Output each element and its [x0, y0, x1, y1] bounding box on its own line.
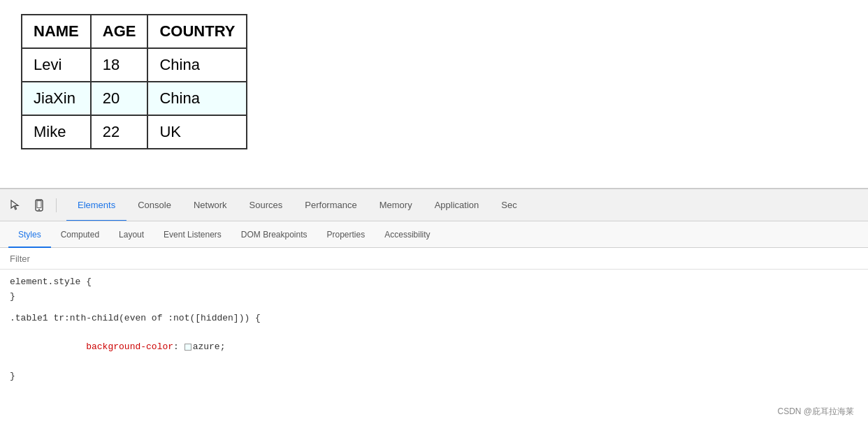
devtools-panel: Elements Console Network Sources Perform… — [0, 189, 868, 426]
table-cell-2-0: Mike — [22, 115, 91, 149]
subtab-layout[interactable]: Layout — [109, 222, 154, 248]
table-rule-property: background-color: azure; — [10, 325, 858, 369]
element-style-block: element.style { } — [10, 275, 858, 304]
devtools-toolbar: Elements Console Network Sources Perform… — [0, 189, 868, 221]
element-style-selector: element.style { — [10, 275, 858, 290]
colon: : — [173, 341, 185, 352]
devtools-subtabs: Styles Computed Layout Event Listeners D… — [0, 221, 868, 248]
table-header-row: NAME AGE COUNTRY — [22, 15, 247, 48]
table-rule-block: .table1 tr:nth-child(even of :not([hidde… — [10, 311, 858, 384]
property-name: background-color — [86, 341, 173, 352]
table-rule-close: } — [10, 369, 858, 384]
device-toolbar-icon[interactable] — [29, 196, 49, 215]
devtools-icon-group — [6, 196, 59, 215]
devtools-subpanel: Styles Computed Layout Event Listeners D… — [0, 221, 868, 426]
inspect-element-icon[interactable] — [6, 196, 25, 215]
col-age-header: AGE — [91, 15, 148, 48]
table-cell-1-0: JiaXin — [22, 82, 91, 115]
subtab-computed[interactable]: Computed — [51, 222, 109, 248]
subtab-event-listeners[interactable]: Event Listeners — [154, 222, 231, 248]
toolbar-separator — [56, 198, 57, 212]
filter-bar — [0, 248, 868, 270]
table-row: JiaXin20China — [22, 82, 247, 115]
semicolon: ; — [220, 341, 226, 352]
tab-security[interactable]: Sec — [490, 190, 528, 221]
subtab-accessibility[interactable]: Accessibility — [375, 222, 440, 248]
svg-point-2 — [38, 209, 40, 210]
table-cell-1-1: 20 — [91, 82, 148, 115]
table-cell-0-2: China — [147, 48, 247, 82]
table-row: Levi18China — [22, 48, 247, 82]
tab-performance[interactable]: Performance — [294, 190, 368, 221]
table-cell-0-0: Levi — [22, 48, 91, 82]
tab-console[interactable]: Console — [126, 190, 182, 221]
tab-application[interactable]: Application — [424, 190, 491, 221]
watermark: CSDN @庇耳拉海莱 — [777, 406, 854, 418]
devtools-main-tabs: Elements Console Network Sources Perform… — [66, 189, 528, 221]
demo-table: NAME AGE COUNTRY Levi18ChinaJiaXin20Chin… — [21, 14, 247, 149]
subtab-styles[interactable]: Styles — [8, 222, 51, 248]
tab-network[interactable]: Network — [182, 190, 238, 221]
table-cell-2-1: 22 — [91, 115, 148, 149]
subtab-properties[interactable]: Properties — [317, 222, 375, 248]
page-content: NAME AGE COUNTRY Levi18ChinaJiaXin20Chin… — [0, 0, 868, 189]
table-cell-1-2: China — [147, 82, 247, 115]
table-cell-0-1: 18 — [91, 48, 148, 82]
filter-input[interactable] — [10, 254, 150, 264]
color-swatch[interactable] — [185, 344, 191, 351]
table-cell-2-2: UK — [147, 115, 247, 149]
tab-memory[interactable]: Memory — [368, 190, 424, 221]
table-row: Mike22UK — [22, 115, 247, 149]
tab-sources[interactable]: Sources — [238, 190, 294, 221]
styles-code-area: element.style { } .table1 tr:nth-child(e… — [0, 270, 868, 426]
table-rule-selector: .table1 tr:nth-child(even of :not([hidde… — [10, 311, 858, 326]
subtab-dom-breakpoints[interactable]: DOM Breakpoints — [231, 222, 317, 248]
col-name-header: NAME — [22, 15, 91, 48]
element-style-close: } — [10, 290, 858, 304]
tab-elements[interactable]: Elements — [66, 190, 126, 221]
svg-rect-1 — [37, 200, 41, 207]
col-country-header: COUNTRY — [147, 15, 247, 48]
property-value: azure — [193, 341, 220, 352]
